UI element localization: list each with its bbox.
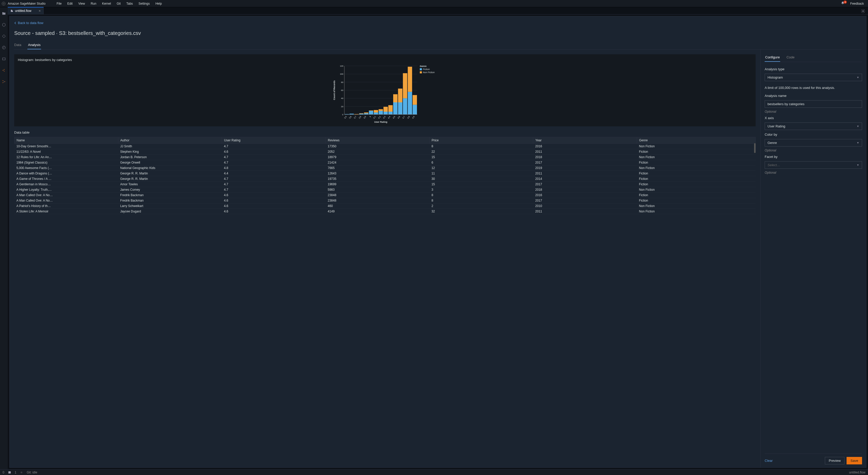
svg-text:Fiction: Fiction xyxy=(423,68,430,70)
clear-link[interactable]: Clear xyxy=(765,459,773,463)
tab-untitled-flow[interactable]: untitled.flow × xyxy=(8,7,44,14)
svg-point-1 xyxy=(3,3,4,4)
svg-rect-49 xyxy=(383,112,388,115)
terminal-icon[interactable] xyxy=(8,471,11,474)
menu-item-view[interactable]: View xyxy=(76,1,87,6)
menu-item-help[interactable]: Help xyxy=(153,1,164,6)
table-scrollbar[interactable] xyxy=(754,143,755,153)
panel-icon[interactable] xyxy=(2,57,6,61)
svg-text:3.8: 3.8 xyxy=(358,115,362,119)
table-row[interactable]: A Patriot's History of th…Larry Schweika… xyxy=(14,203,755,209)
brand-text: Amazon SageMaker Studio xyxy=(8,2,45,5)
col-header[interactable]: Genre xyxy=(637,137,755,143)
gear-small-icon[interactable] xyxy=(20,471,23,474)
svg-rect-50 xyxy=(383,107,388,112)
svg-rect-75 xyxy=(420,68,422,70)
svg-rect-43 xyxy=(374,112,378,115)
table-row[interactable]: A Game of Thrones / A …George R. R. Mart… xyxy=(14,176,755,181)
gear-icon[interactable] xyxy=(861,9,865,13)
colorby-label: Color by xyxy=(765,132,862,137)
table-row[interactable]: A Man Called Ove: A No…Fredrik Backman4.… xyxy=(14,192,755,198)
col-header[interactable]: User Rating xyxy=(222,137,326,143)
col-header[interactable]: Price xyxy=(429,137,533,143)
subtab-data[interactable]: Data xyxy=(14,40,22,49)
share-icon[interactable] xyxy=(2,80,6,84)
subtab-analysis[interactable]: Analysis xyxy=(27,40,41,49)
nodes-icon[interactable] xyxy=(2,68,6,72)
analysis-name-label: Analysis name xyxy=(765,94,862,98)
menu-item-git[interactable]: Git xyxy=(115,1,123,6)
svg-text:100: 100 xyxy=(340,73,344,75)
menu-item-edit[interactable]: Edit xyxy=(65,1,75,6)
save-button[interactable]: Save xyxy=(846,457,862,465)
folder-icon[interactable] xyxy=(2,11,6,16)
top-menubar: Amazon SageMaker Studio FileEditViewRunK… xyxy=(0,0,868,7)
menu-item-run[interactable]: Run xyxy=(88,1,99,6)
menu-item-settings[interactable]: Settings xyxy=(136,1,152,6)
svg-text:3.9: 3.9 xyxy=(363,115,367,119)
limit-note: A limit of 100,000 rows is used for this… xyxy=(765,86,862,90)
table-row[interactable]: 10-Day Green Smoothi…JJ Smith4.717350820… xyxy=(14,143,755,149)
facetby-select[interactable]: Select… ▼ xyxy=(765,161,862,169)
analysis-type-label: Analysis type xyxy=(765,67,862,71)
table-row[interactable]: 5,000 Awesome Facts (…National Geographi… xyxy=(14,165,755,171)
facetby-label: Facet by xyxy=(765,155,862,159)
svg-point-8 xyxy=(4,69,5,70)
table-row[interactable]: A Higher Loyalty: Truth,…James Comey4.75… xyxy=(14,187,755,192)
tab-bar: untitled.flow × xyxy=(8,7,868,14)
status-right: untitled.flow xyxy=(849,471,865,474)
colorby-select[interactable]: Genre ▼ xyxy=(765,139,862,147)
col-header[interactable]: Year xyxy=(533,137,637,143)
back-link[interactable]: Back to data flow xyxy=(14,21,43,25)
svg-text:40: 40 xyxy=(341,97,343,99)
table-row[interactable]: A Man Called Ove: A No…Fredrik Backman4.… xyxy=(14,198,755,203)
optional-2: Optional xyxy=(765,149,862,152)
col-header[interactable]: Name xyxy=(14,137,118,143)
optional-3: Optional xyxy=(765,171,862,174)
table-row[interactable]: 12 Rules for Life: An An…Jordan B. Peter… xyxy=(14,154,755,160)
diamond-icon[interactable] xyxy=(2,34,6,38)
config-tab-code[interactable]: Code xyxy=(786,53,795,62)
table-row[interactable]: 1984 (Signet Classics)George Orwell4.721… xyxy=(14,160,755,165)
flow-file-icon xyxy=(10,9,13,12)
table-row[interactable]: A Stolen Life: A MemoirJaycee Dugard4.64… xyxy=(14,209,755,214)
config-tab-configure[interactable]: Configure xyxy=(765,53,780,62)
svg-text:3.7: 3.7 xyxy=(353,115,357,119)
chevron-down-icon: ▼ xyxy=(857,164,859,167)
preview-button[interactable]: Preview xyxy=(825,457,844,465)
svg-rect-79 xyxy=(8,471,10,473)
svg-point-0 xyxy=(2,2,5,5)
feedback-link[interactable]: Feedback xyxy=(847,2,866,5)
svg-rect-56 xyxy=(393,94,398,102)
analysis-type-select[interactable]: Histogram ▼ xyxy=(765,73,862,81)
svg-rect-37 xyxy=(364,113,368,115)
table-row[interactable]: 11/22/63: A NovelStephen King4.620522220… xyxy=(14,149,755,154)
table-row[interactable]: A Dance with Dragons (…George R. R. Mart… xyxy=(14,171,755,176)
svg-text:4.6: 4.6 xyxy=(397,115,401,119)
table-row[interactable]: A Gentleman in Mosco…Amor Towles4.719699… xyxy=(14,181,755,187)
svg-point-13 xyxy=(863,10,864,12)
menu-item-tabs[interactable]: Tabs xyxy=(124,1,135,6)
col-header[interactable]: Author xyxy=(118,137,222,143)
svg-text:4.5: 4.5 xyxy=(392,115,396,119)
col-header[interactable]: Reviews xyxy=(326,137,429,143)
notifications-button[interactable]: 4 xyxy=(839,1,846,6)
tab-close-icon[interactable]: × xyxy=(38,9,40,13)
svg-rect-55 xyxy=(393,102,398,115)
svg-rect-61 xyxy=(403,98,407,115)
hexagon-icon[interactable] xyxy=(2,23,6,27)
menu-item-kernel[interactable]: Kernel xyxy=(100,1,114,6)
svg-text:60: 60 xyxy=(341,89,343,91)
xaxis-select[interactable]: User Rating ▼ xyxy=(765,122,862,130)
menu-item-file[interactable]: File xyxy=(54,1,64,6)
svg-rect-68 xyxy=(412,95,417,105)
svg-rect-41 xyxy=(369,110,373,111)
analysis-name-input[interactable] xyxy=(765,100,862,108)
palette-icon[interactable] xyxy=(2,46,6,50)
svg-rect-62 xyxy=(403,73,407,98)
svg-text:80: 80 xyxy=(341,81,343,83)
sagemaker-logo-icon xyxy=(2,2,6,6)
page-title: Source - sampled · S3: bestsellers_with_… xyxy=(14,30,862,36)
config-panel: Configure Code Analysis type Histogram ▼… xyxy=(760,50,866,468)
xaxis-label: X axis xyxy=(765,116,862,120)
